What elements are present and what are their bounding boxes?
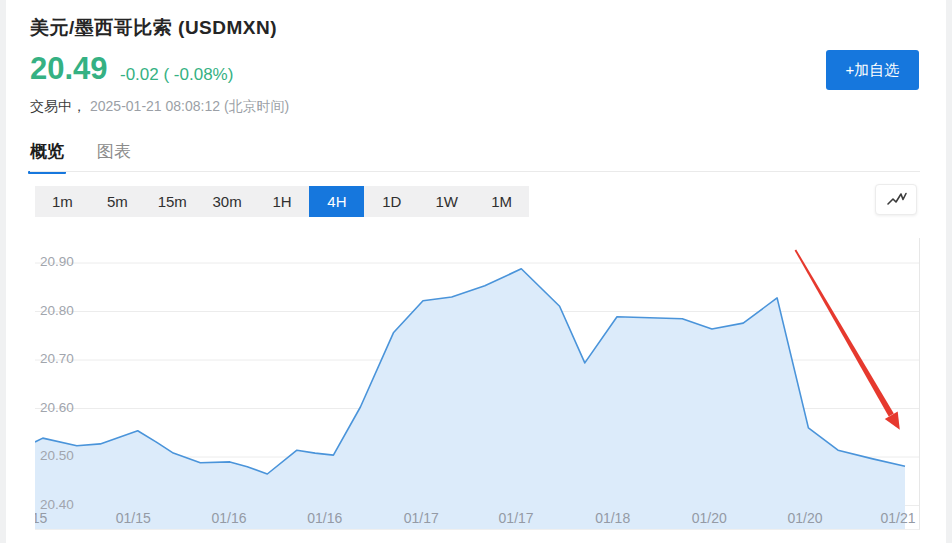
timeframe-15m[interactable]: 15m [145,186,200,217]
y-axis-label: 20.80 [40,303,74,318]
price-change: -0.02 ( -0.08%) [120,65,233,85]
x-axis-label: 01/17 [499,510,534,526]
timeframe-1D[interactable]: 1D [364,186,419,217]
timeframe-bar: 1m5m15m30m1H4H1D1W1M [35,186,529,217]
x-axis-label: 01/16 [307,510,342,526]
status-row: 交易中，2025-01-21 08:08:12 (北京时间) [30,98,289,116]
tab-separator [30,171,920,172]
x-axis-label: 01/21 [881,510,916,526]
x-axis-label: 01/20 [787,510,822,526]
add-watchlist-button[interactable]: +加自选 [826,50,919,90]
x-axis-label: 01/18 [595,510,630,526]
timeframe-5m[interactable]: 5m [90,186,145,217]
timeframe-1W[interactable]: 1W [419,186,474,217]
timeframe-1H[interactable]: 1H [255,186,310,217]
x-axis-label: 01/20 [692,510,727,526]
line-chart-icon [885,191,908,208]
y-axis-label: 20.70 [40,351,74,366]
x-axis-label: 01/17 [404,510,439,526]
tab-bar: 概览图表 [30,140,131,174]
area-chart-canvas [35,238,920,530]
x-axis-label: 01/16 [211,510,246,526]
timeframe-30m[interactable]: 30m [200,186,255,217]
tab-chart[interactable]: 图表 [97,140,131,174]
page-title: 美元/墨西哥比索 (USDMXN) [30,15,277,41]
tab-overview[interactable]: 概览 [30,140,64,174]
timeframe-4H[interactable]: 4H [309,186,364,217]
quote-card: 美元/墨西哥比索 (USDMXN) 20.49 -0.02 ( -0.08%) … [6,0,946,543]
y-axis-label: 20.90 [40,254,74,269]
price-value: 20.49 [30,51,108,87]
x-axis-label: 01/15 [35,510,47,526]
timeframe-1m[interactable]: 1m [35,186,90,217]
y-axis-label: 20.60 [40,400,74,415]
price-chart[interactable]: 20.9020.8020.7020.6020.5020.4001/1501/15… [35,238,920,530]
trading-status: 交易中， [30,98,86,114]
quote-timestamp: 2025-01-21 08:08:12 (北京时间) [90,98,289,114]
chart-type-button[interactable] [875,184,917,215]
timeframe-1M[interactable]: 1M [474,186,529,217]
x-axis-label: 01/15 [116,510,151,526]
y-axis-label: 20.50 [40,448,74,463]
